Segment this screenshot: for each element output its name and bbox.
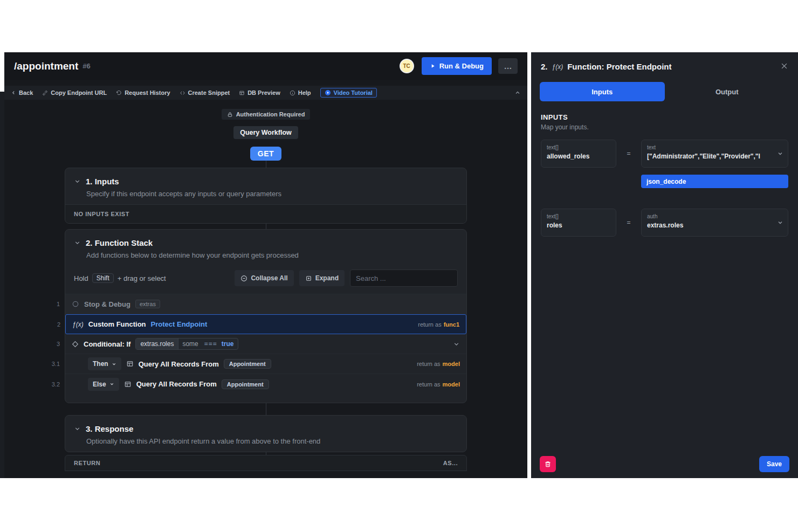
json-decode-filter-chip[interactable]: json_decode xyxy=(641,175,788,188)
response-section-subtitle: Optionally have this API endpoint return… xyxy=(86,437,458,445)
chevron-down-icon[interactable] xyxy=(74,425,81,432)
response-section-card: 3. Response Optionally have this API end… xyxy=(65,415,467,452)
request-history-button[interactable]: Request History xyxy=(116,89,170,96)
then-select[interactable]: Then xyxy=(88,357,121,370)
table-name-chip[interactable]: Appointment xyxy=(224,359,271,369)
diamond-icon xyxy=(72,341,79,348)
function-stack-card: 2. Function Stack Add functions below to… xyxy=(65,229,467,403)
create-snippet-button[interactable]: Create Snippet xyxy=(180,89,230,96)
function-stack-title: 2. Function Stack xyxy=(86,238,153,247)
stack-row-then-query[interactable]: 3.1 Then Query All Records From Appointm… xyxy=(65,354,466,374)
input-param-roles[interactable]: text[] roles xyxy=(541,209,616,237)
collapse-row-icon[interactable] xyxy=(453,341,460,348)
function-detail-panel: 2. ƒ(x) Function: Protect Endpoint Input… xyxy=(531,52,798,478)
play-icon xyxy=(430,63,436,69)
endpoint-toolbar: Back Copy Endpoint URL Request History C… xyxy=(4,86,527,100)
param-type: text[] xyxy=(547,213,610,219)
panel-footer: Save xyxy=(531,450,798,478)
search-input[interactable] xyxy=(350,270,458,287)
inputs-section-card: 1. Inputs Specify if this endpoint accep… xyxy=(65,168,467,224)
return-as: return asfunc1 xyxy=(418,321,459,328)
return-as-value: model xyxy=(443,361,460,367)
close-icon[interactable] xyxy=(780,62,788,70)
function-stack-head: 2. Function Stack Add functions below to… xyxy=(65,230,466,266)
endpoint-number: #6 xyxy=(82,62,90,70)
input-param-allowed-roles[interactable]: text[] allowed_roles xyxy=(541,140,616,168)
query-workflow-badge: Query Workflow xyxy=(233,126,298,139)
stack-row-kind: Custom Function xyxy=(88,320,146,328)
info-icon xyxy=(290,90,295,96)
trash-icon xyxy=(544,460,552,468)
avatar[interactable]: TC xyxy=(400,59,414,73)
stack-row-conditional[interactable]: 3 Conditional: If extras.roles some === … xyxy=(65,334,466,354)
db-preview-button[interactable]: DB Preview xyxy=(239,89,280,96)
branch-label: Else xyxy=(93,381,106,388)
stack-row-kind: Query All Records From xyxy=(139,360,219,368)
back-button[interactable]: Back xyxy=(11,89,33,96)
table-name-chip[interactable]: Appointment xyxy=(222,379,269,389)
chevron-left-icon xyxy=(11,90,16,95)
copy-endpoint-url-button[interactable]: Copy Endpoint URL xyxy=(42,89,107,96)
response-section-title: 3. Response xyxy=(86,424,133,433)
stop-circle-icon xyxy=(72,300,79,308)
chevron-down-icon[interactable] xyxy=(74,178,81,185)
else-select[interactable]: Else xyxy=(88,378,119,391)
auth-required-badge[interactable]: Authentication Required xyxy=(222,109,311,120)
stack-row-else-query[interactable]: 3.2 Else Query All Records From Appointm… xyxy=(65,374,466,394)
expression-operator: === xyxy=(202,338,219,350)
inputs-section-head: 1. Inputs Specify if this endpoint accep… xyxy=(65,168,466,204)
custom-function-name[interactable]: Protect Endpoint xyxy=(151,320,208,328)
collapse-toolbar-icon[interactable] xyxy=(514,89,521,96)
plus-square-icon xyxy=(305,275,312,282)
http-method-button[interactable]: GET xyxy=(250,147,281,161)
stack-rows: 1 Stop & Debug extras 2 ƒ(x) Custom Func… xyxy=(65,294,466,394)
value-type: auth xyxy=(647,213,773,219)
value-input-allowed-roles[interactable]: text ["Administrator","Elite","Provider"… xyxy=(641,140,788,168)
return-as-selector[interactable]: AS... xyxy=(443,460,458,466)
chevron-down-icon xyxy=(109,382,114,386)
value-text: ["Administrator","Elite","Provider","I xyxy=(647,153,773,160)
auth-required-label: Authentication Required xyxy=(236,111,305,118)
copy-endpoint-url-label: Copy Endpoint URL xyxy=(51,89,107,96)
param-type: text[] xyxy=(547,144,610,150)
chevron-down-icon[interactable] xyxy=(74,239,81,246)
save-button[interactable]: Save xyxy=(759,456,789,472)
panel-header: 2. ƒ(x) Function: Protect Endpoint xyxy=(531,52,798,77)
no-inputs-row: NO INPUTS EXIST xyxy=(65,204,466,223)
return-as-value: model xyxy=(443,381,460,388)
row-number: 3 xyxy=(47,341,60,347)
video-tutorial-button[interactable]: Video Tutorial xyxy=(320,88,377,98)
row-number: 1 xyxy=(47,301,60,307)
equals-sign: = xyxy=(616,140,641,168)
expand-button[interactable]: Expand xyxy=(299,270,345,286)
help-button[interactable]: Help xyxy=(290,89,311,96)
tab-output[interactable]: Output xyxy=(665,82,790,101)
expression-variable: extras.roles xyxy=(136,338,178,350)
branch-label: Then xyxy=(93,360,108,368)
input-mapping-row: text[] allowed_roles = text ["Administra… xyxy=(541,140,788,188)
delete-function-button[interactable] xyxy=(540,456,556,472)
row-number: 3.2 xyxy=(47,381,60,388)
function-stack-subtitle: Add functions below to determine how you… xyxy=(86,251,458,259)
more-options-button[interactable]: … xyxy=(498,58,518,74)
return-label: RETURN xyxy=(74,460,100,466)
play-circle-icon xyxy=(325,89,331,96)
equals-sign: = xyxy=(616,209,641,237)
expression-value: true xyxy=(219,338,238,350)
return-as-value: func1 xyxy=(444,321,459,328)
table-icon xyxy=(124,381,132,388)
value-input-roles[interactable]: auth extras.roles xyxy=(641,209,788,237)
run-debug-button[interactable]: Run & Debug xyxy=(422,57,492,75)
value-text: extras.roles xyxy=(647,222,773,229)
value-type: text xyxy=(647,144,773,150)
stack-row-custom-function[interactable]: 2 ƒ(x) Custom Function Protect Endpoint … xyxy=(65,314,466,334)
code-icon xyxy=(180,90,185,96)
page-title: /appointment xyxy=(14,60,78,72)
return-row: RETURN AS... xyxy=(65,455,467,471)
collapse-all-button[interactable]: Collapse All xyxy=(235,270,293,286)
shift-key-chip: Shift xyxy=(92,273,114,283)
stack-row-stop-debug[interactable]: 1 Stop & Debug extras xyxy=(65,294,466,314)
extras-tag: extras xyxy=(135,300,160,308)
conditional-expression[interactable]: extras.roles some === true xyxy=(135,338,238,350)
tab-inputs[interactable]: Inputs xyxy=(540,82,665,101)
